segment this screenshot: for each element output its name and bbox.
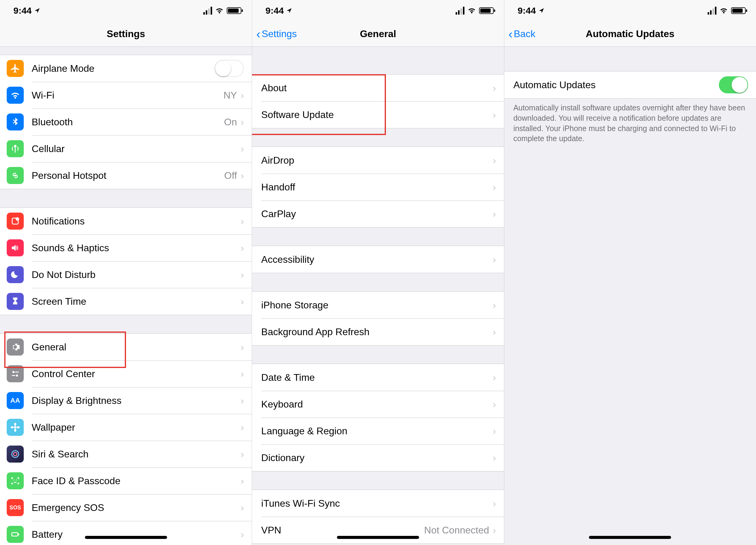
chevron-right-icon: › [493,109,496,121]
row-bluetooth[interactable]: BluetoothOn› [0,109,252,135]
chevron-right-icon: › [493,208,496,220]
chevron-right-icon: › [493,82,496,94]
svg-rect-15 [12,533,18,536]
row-label: Wallpaper [32,422,241,433]
back-button[interactable]: ‹Back [509,21,535,47]
chevron-right-icon: › [493,525,496,536]
row-detail: Off [224,170,237,181]
notifications-icon [7,213,24,230]
row-about[interactable]: About› [252,75,504,101]
row-dnd[interactable]: Do Not Disturb› [0,261,252,288]
row-control-center[interactable]: Control Center› [0,360,252,387]
automatic-updates-toggle[interactable] [719,76,748,93]
page-title: General [360,28,396,40]
row-hotspot[interactable]: Personal HotspotOff› [0,162,252,189]
home-indicator[interactable] [337,536,419,539]
row-cellular[interactable]: Cellular› [0,135,252,162]
row-general[interactable]: General› [0,334,252,360]
row-label: About [261,82,493,94]
sos-icon: SOS [7,499,24,516]
row-dictionary[interactable]: Dictionary› [252,444,504,471]
settings-group-notifications: Notifications› Sounds & Haptics› Do Not … [0,208,252,315]
svg-point-13 [13,480,14,480]
back-label: Settings [262,28,297,40]
page-title: Automatic Updates [586,28,675,40]
svg-rect-16 [18,533,19,535]
chevron-right-icon: › [493,399,496,410]
row-label: Airplane Mode [32,63,215,74]
row-wifi[interactable]: Wi-FiNY› [0,82,252,109]
screen-automatic-updates: 9:44 ‹Back Automatic Updates Automatic U… [504,0,756,545]
row-label: Emergency SOS [32,502,241,513]
chevron-right-icon: › [241,296,244,307]
airplane-icon [7,60,24,77]
row-bgrefresh[interactable]: Background App Refresh› [252,318,504,345]
row-label: Wi-Fi [32,90,223,101]
chevron-right-icon: › [241,475,244,487]
row-keyboard[interactable]: Keyboard› [252,391,504,417]
row-label: iTunes Wi-Fi Sync [261,498,493,509]
row-carplay[interactable]: CarPlay› [252,201,504,227]
antenna-icon [7,140,24,157]
home-indicator[interactable] [85,536,167,539]
location-icon [538,5,544,16]
back-button[interactable]: ‹Settings [256,21,297,47]
row-software-update[interactable]: Software Update› [252,101,504,128]
row-vpn[interactable]: VPNNot Connected› [252,517,504,543]
battery-icon [479,7,494,14]
settings-group-connectivity: Airplane Mode Wi-FiNY› BluetoothOn› Cell… [0,55,252,189]
row-label: Screen Time [32,296,241,307]
row-wallpaper[interactable]: Wallpaper› [0,414,252,441]
row-label: CarPlay [261,208,493,220]
row-label: Do Not Disturb [32,269,241,280]
status-right [708,7,746,15]
text-size-aa-icon: AA [7,392,24,409]
row-language[interactable]: Language & Region› [252,417,504,444]
row-siri[interactable]: Siri & Search› [0,441,252,467]
chevron-right-icon: › [493,372,496,383]
settings-group-general: General› Control Center› AA Display & Br… [0,333,252,545]
sound-icon [7,239,24,257]
row-label: Display & Brightness [32,395,241,406]
row-notifications[interactable]: Notifications› [0,208,252,235]
row-itunes-sync[interactable]: iTunes Wi-Fi Sync› [252,490,504,517]
row-label: Software Update [261,109,493,121]
row-label: Automatic Updates [513,79,719,91]
svg-point-9 [11,426,14,428]
hourglass-icon [7,293,24,310]
battery-settings-icon [7,526,24,543]
chevron-left-icon: ‹ [256,28,260,40]
svg-point-12 [13,452,17,456]
row-display[interactable]: AA Display & Brightness› [0,387,252,414]
row-screentime[interactable]: Screen Time› [0,288,252,315]
row-handoff[interactable]: Handoff› [252,174,504,201]
row-datetime[interactable]: Date & Time› [252,364,504,391]
row-faceid[interactable]: Face ID & Passcode› [0,467,252,494]
row-battery[interactable]: Battery› [0,521,252,545]
row-sounds[interactable]: Sounds & Haptics› [0,235,252,261]
row-airdrop[interactable]: AirDrop› [252,147,504,174]
chevron-right-icon: › [241,529,244,540]
screen-settings: 9:44 Settings Airplane Mode [0,0,252,545]
status-bar: 9:44 [252,0,504,21]
airplane-toggle[interactable] [215,60,244,77]
navbar: ‹Back Automatic Updates [504,21,756,47]
chevron-right-icon: › [241,243,244,254]
row-airplane-mode[interactable]: Airplane Mode [0,55,252,82]
svg-rect-5 [12,375,15,376]
chevron-right-icon: › [241,368,244,379]
row-automatic-updates[interactable]: Automatic Updates [504,72,756,98]
row-label: Control Center [32,368,241,379]
row-label: Dictionary [261,452,493,463]
chevron-right-icon: › [241,90,244,101]
home-indicator[interactable] [589,536,671,539]
row-label: VPN [261,525,424,536]
row-sos[interactable]: SOS Emergency SOS› [0,494,252,521]
cellular-signal-icon [456,7,464,15]
row-storage[interactable]: iPhone Storage› [252,292,504,318]
svg-rect-3 [15,372,19,372]
wifi-icon [215,7,224,14]
row-accessibility[interactable]: Accessibility› [252,246,504,273]
back-label: Back [514,28,535,40]
row-label: iPhone Storage [261,299,493,311]
